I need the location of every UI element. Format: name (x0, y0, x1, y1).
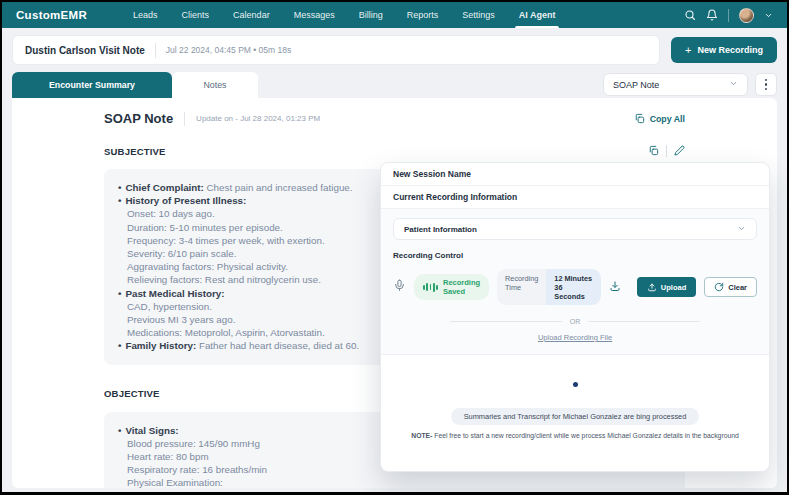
edit-section-icon[interactable] (674, 142, 685, 160)
session-title: Dustin Carlson Visit Note (25, 45, 145, 56)
tab-list: Encounter SummaryNotes (12, 72, 258, 98)
note-title: SOAP Note (104, 111, 173, 126)
or-label: OR (570, 318, 581, 325)
tab-encounter-summary[interactable]: Encounter Summary (12, 72, 172, 98)
main-nav: LeadsClientsCalendarMessagesBillingRepor… (121, 2, 567, 28)
nav-item-ai-agent[interactable]: AI Agent (507, 2, 568, 28)
session-timestamp: Jul 22 2024, 04:45 PM • 05m 18s (166, 45, 291, 55)
bell-icon[interactable] (706, 9, 718, 21)
download-recording-icon[interactable] (609, 278, 621, 296)
processing-status-badge: Summaries and Transcript for Michael Gon… (451, 408, 700, 425)
app-window: CustomEMR LeadsClientsCalendarMessagesBi… (0, 0, 789, 495)
chevron-down-icon (729, 79, 738, 90)
recording-saved-badge: Recording Saved (414, 274, 489, 300)
processing-note-prefix: NOTE- (411, 432, 432, 439)
recording-control-label: Recording Control (393, 251, 757, 260)
copy-icon (634, 113, 645, 124)
recording-control-row: Recording Saved Recording Time 12 Minute… (393, 269, 757, 305)
tabs-right-controls: SOAP Note (603, 73, 777, 98)
avatar[interactable] (739, 8, 754, 23)
nav-divider (728, 9, 729, 22)
nav-item-leads[interactable]: Leads (121, 2, 170, 28)
plus-icon: + (685, 45, 691, 56)
microphone-icon[interactable] (393, 278, 406, 296)
nav-right-actions (684, 8, 773, 23)
patient-information-accordion[interactable]: Patient Information (393, 218, 757, 240)
section-heading: OBJECTIVE (104, 388, 160, 399)
session-divider (155, 43, 156, 58)
upload-label: Upload (661, 283, 686, 292)
nav-item-clients[interactable]: Clients (170, 2, 222, 28)
copy-all-button[interactable]: Copy All (634, 113, 685, 124)
refresh-icon (714, 282, 724, 292)
waveform-icon (423, 283, 438, 292)
note-updated: Update on - Jul 28 2024, 01:23 PM (184, 112, 320, 126)
loading-dot-icon (573, 382, 578, 387)
chevron-down-icon[interactable] (764, 11, 773, 20)
section-heading: SUBJECTIVE (104, 146, 166, 157)
recording-time-label: Recording Time (497, 269, 546, 305)
processing-area: Summaries and Transcript for Michael Gon… (381, 382, 769, 439)
upload-button[interactable]: Upload (637, 277, 696, 297)
session-row: Dustin Carlson Visit Note Jul 22 2024, 0… (12, 35, 777, 65)
tabs-row: Encounter SummaryNotes SOAP Note (12, 72, 777, 98)
copy-all-label: Copy All (650, 114, 685, 124)
note-type-dropdown[interactable]: SOAP Note (603, 73, 748, 96)
new-recording-label: New Recording (697, 45, 763, 55)
more-options-button[interactable] (755, 73, 777, 96)
processing-note-text: Feel free to start a new recording/clien… (432, 432, 738, 439)
note-type-value: SOAP Note (613, 80, 659, 90)
search-icon[interactable] (684, 9, 696, 21)
copy-section-icon[interactable] (648, 142, 659, 160)
recording-info-heading: Current Recording Information (381, 186, 769, 209)
nav-item-calendar[interactable]: Calendar (221, 2, 282, 28)
patient-information-label: Patient Information (404, 225, 477, 234)
recording-saved-label: Recording Saved (443, 278, 480, 296)
nav-item-reports[interactable]: Reports (395, 2, 451, 28)
note-line: Physical Examination: (118, 476, 671, 488)
new-session-modal: New Session Name Current Recording Infor… (380, 162, 770, 472)
new-recording-button[interactable]: + New Recording (671, 37, 777, 63)
upload-recording-file-link[interactable]: Upload Recording File (393, 333, 757, 342)
note-header: SOAP Note Update on - Jul 28 2024, 01:23… (104, 111, 685, 126)
session-name-field[interactable]: New Session Name (381, 163, 769, 186)
clear-button[interactable]: Clear (704, 277, 757, 297)
recording-info-body: Patient Information Recording Control Re… (381, 209, 769, 355)
clear-label: Clear (728, 283, 747, 292)
chevron-down-icon (737, 224, 746, 235)
top-navbar: CustomEMR LeadsClientsCalendarMessagesBi… (2, 2, 787, 28)
nav-item-billing[interactable]: Billing (347, 2, 395, 28)
session-bar: Dustin Carlson Visit Note Jul 22 2024, 0… (12, 35, 660, 65)
or-divider: OR (450, 318, 700, 325)
upload-icon (647, 282, 657, 292)
recording-time-value: 12 Minutes 36 Seconds (546, 269, 600, 305)
tab-notes[interactable]: Notes (172, 72, 258, 98)
recording-time-badge: Recording Time 12 Minutes 36 Seconds (497, 269, 601, 305)
nav-item-settings[interactable]: Settings (450, 2, 507, 28)
processing-note: NOTE- Feel free to start a new recording… (381, 432, 769, 439)
nav-item-messages[interactable]: Messages (282, 2, 347, 28)
app-logo: CustomEMR (16, 9, 87, 21)
